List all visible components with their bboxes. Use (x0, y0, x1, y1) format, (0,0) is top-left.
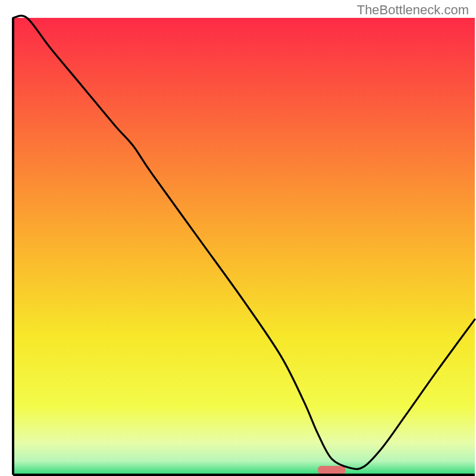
optimal-marker (318, 466, 346, 474)
chart-svg (0, 0, 476, 476)
chart-canvas: TheBottleneck.com (0, 0, 476, 476)
